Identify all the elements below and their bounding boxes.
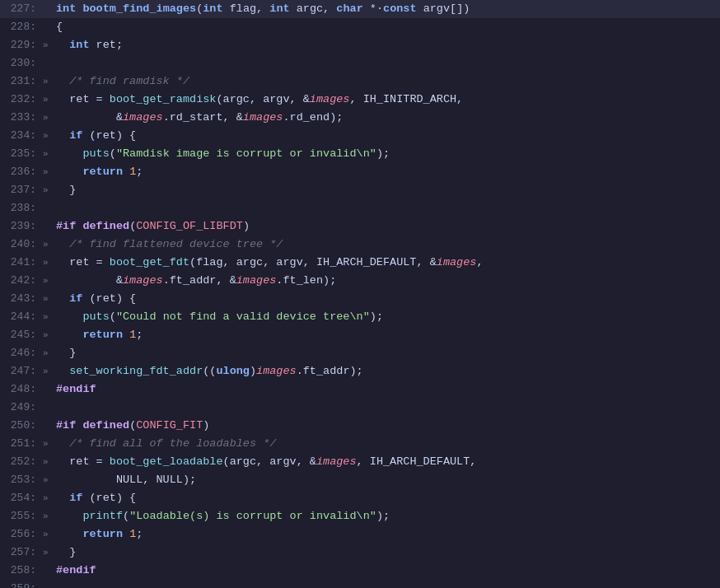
line-arrow: » xyxy=(43,507,56,525)
code-token: (flag, argc, argv, IH_ARCH_DEFAULT, & xyxy=(189,254,437,272)
code-token xyxy=(123,163,129,181)
code-token xyxy=(76,0,82,18)
code-token: ); xyxy=(376,507,390,525)
code-token: ( xyxy=(196,0,203,18)
code-line: 231:» /* find ramdisk */ xyxy=(0,72,720,91)
code-token: ( xyxy=(129,417,136,435)
code-token: } xyxy=(56,544,76,562)
code-token xyxy=(56,489,69,507)
code-token: "Loadable(s) is corrupt or invalid\n" xyxy=(129,507,376,525)
line-number: 234: xyxy=(5,127,36,145)
code-token: if xyxy=(69,290,82,308)
code-line: 240:» /* find flattened device tree */ xyxy=(0,236,720,254)
line-arrow: » xyxy=(43,145,56,163)
code-line: 246:» } xyxy=(0,344,720,362)
code-token: ); xyxy=(376,145,390,163)
line-number: 257: xyxy=(5,544,36,562)
code-token: argv[]) xyxy=(417,0,470,18)
code-token xyxy=(56,72,69,91)
code-token: CONFIG_OF_LIBFDT xyxy=(136,217,243,236)
code-token: ) xyxy=(203,417,209,435)
code-token: ; xyxy=(136,326,143,344)
code-token: boot_get_ramdisk xyxy=(110,91,217,109)
code-token: bootm_find_images xyxy=(82,0,196,18)
code-token: 1 xyxy=(129,326,136,344)
line-number: 230: xyxy=(5,54,36,72)
code-token: int xyxy=(56,0,76,18)
code-viewer: 227:int bootm_find_images(int flag, int … xyxy=(0,0,720,588)
code-line: 257:» } xyxy=(0,544,720,562)
code-token: } xyxy=(56,181,76,199)
line-arrow: » xyxy=(43,72,56,91)
code-line: 259: xyxy=(0,580,720,588)
line-number: 244: xyxy=(5,308,36,326)
code-line: 234:» if (ret) { xyxy=(0,127,720,145)
code-line: 241:» ret = boot_get_fdt(flag, argc, arg… xyxy=(0,254,720,272)
line-number: 246: xyxy=(5,344,36,362)
code-token: #endif xyxy=(56,562,96,580)
code-token: char xyxy=(336,0,362,18)
line-arrow: » xyxy=(43,36,56,54)
code-token: puts xyxy=(82,308,109,326)
code-line: 253:» NULL, NULL); xyxy=(0,471,720,489)
code-token: defined xyxy=(82,217,129,236)
line-number: 229: xyxy=(5,36,36,54)
code-token: } xyxy=(56,344,76,362)
code-token: ; xyxy=(136,163,143,181)
code-token xyxy=(56,435,69,453)
code-line: 254:» if (ret) { xyxy=(0,489,720,507)
code-token xyxy=(56,362,69,380)
line-number: 240: xyxy=(5,236,36,254)
line-arrow: » xyxy=(43,109,56,127)
line-number: 248: xyxy=(5,380,36,399)
code-token: "Could not find a valid device tree\n" xyxy=(116,308,370,326)
code-token: images xyxy=(310,91,350,109)
code-line: 236:» return 1; xyxy=(0,163,720,181)
code-token xyxy=(56,127,69,145)
code-content[interactable]: 227:int bootm_find_images(int flag, int … xyxy=(0,0,720,588)
code-line: 239:#if defined(CONFIG_OF_LIBFDT) xyxy=(0,217,720,236)
code-token: if xyxy=(69,127,82,145)
line-arrow: » xyxy=(43,344,56,362)
code-token: & xyxy=(56,272,123,290)
code-token: .rd_end); xyxy=(283,109,343,127)
line-number: 247: xyxy=(5,362,36,380)
code-token: images xyxy=(316,453,357,471)
code-token: .ft_addr); xyxy=(297,362,363,380)
code-token: /* find ramdisk */ xyxy=(69,72,189,91)
code-token: ( xyxy=(123,507,129,525)
line-number: 253: xyxy=(5,471,36,489)
code-line: 248:#endif xyxy=(0,380,720,399)
code-token: images xyxy=(123,109,163,127)
line-arrow: » xyxy=(43,544,56,562)
code-line: 258:#endif xyxy=(0,562,720,580)
code-token xyxy=(56,525,82,544)
code-token: ); xyxy=(370,308,383,326)
line-number: 256: xyxy=(5,525,36,544)
code-line: 230: xyxy=(0,54,720,72)
line-number: 236: xyxy=(5,163,36,181)
code-token: "Ramdisk image is corrupt or invalid\n" xyxy=(116,145,376,163)
code-token: 1 xyxy=(129,163,136,181)
line-arrow: » xyxy=(43,453,56,471)
code-line: 232:» ret = boot_get_ramdisk(argc, argv,… xyxy=(0,91,720,109)
code-token xyxy=(56,163,82,181)
line-arrow: » xyxy=(43,471,56,489)
code-token xyxy=(123,326,129,344)
code-token xyxy=(56,236,69,254)
code-token xyxy=(56,507,82,525)
line-arrow: » xyxy=(43,91,56,109)
line-number: 250: xyxy=(5,417,36,435)
code-token: return xyxy=(82,326,123,344)
line-number: 251: xyxy=(5,435,36,453)
code-token: images xyxy=(236,272,277,290)
line-arrow: » xyxy=(43,163,56,181)
line-number: 254: xyxy=(5,489,36,507)
line-number: 238: xyxy=(5,199,36,217)
line-arrow: » xyxy=(43,236,56,254)
code-token: images xyxy=(256,362,297,380)
code-token: (( xyxy=(203,362,216,380)
code-token: #if xyxy=(56,417,76,435)
code-token: ( xyxy=(110,145,116,163)
code-line: 243:» if (ret) { xyxy=(0,290,720,308)
